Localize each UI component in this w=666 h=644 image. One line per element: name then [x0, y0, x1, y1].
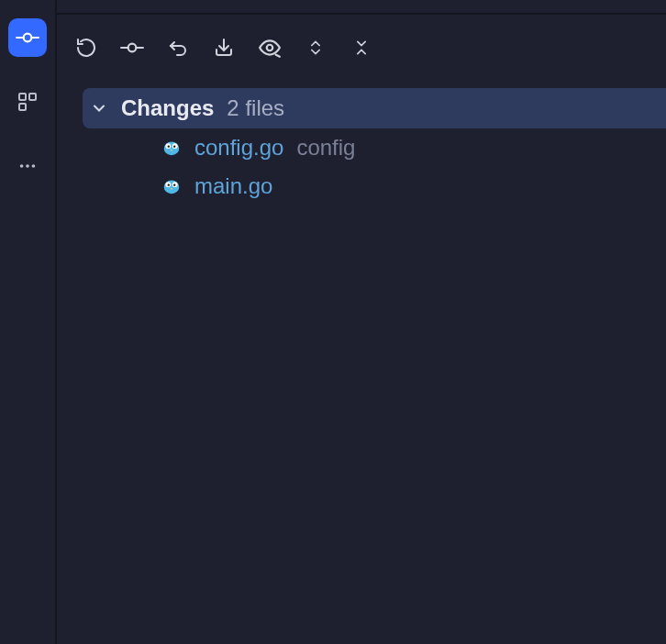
svg-rect-3	[19, 94, 26, 100]
rail-apps-button[interactable]	[8, 83, 47, 121]
undo-button[interactable]	[165, 35, 191, 61]
changes-header[interactable]: Changes 2 files	[83, 88, 666, 128]
go-file-icon	[161, 138, 182, 158]
svg-point-21	[164, 181, 180, 194]
changes-label: Changes	[121, 95, 214, 121]
close-group-button[interactable]	[349, 35, 374, 61]
expand-collapse-icon	[306, 37, 325, 59]
commit-node-button[interactable]	[119, 35, 145, 61]
chevron-down-icon	[90, 99, 108, 117]
panel-top-border	[57, 0, 666, 15]
svg-point-26	[171, 188, 172, 190]
preview-button[interactable]	[257, 35, 283, 61]
rail-more-button[interactable]	[8, 147, 47, 185]
main-panel: Changes 2 files config.go config	[57, 0, 666, 644]
stash-icon	[213, 37, 235, 59]
go-file-icon	[161, 176, 182, 196]
svg-point-24	[168, 183, 170, 185]
toolbar	[57, 15, 666, 81]
svg-point-6	[20, 164, 24, 168]
svg-rect-5	[19, 104, 26, 110]
file-row[interactable]: main.go	[83, 167, 666, 205]
changes-count: 2 files	[227, 95, 284, 121]
stash-button[interactable]	[211, 35, 237, 61]
svg-point-25	[173, 183, 175, 185]
preview-icon	[258, 36, 282, 60]
file-name: config.go	[194, 135, 283, 161]
svg-point-18	[168, 145, 170, 147]
apps-icon	[17, 91, 39, 113]
rail-commit-button[interactable]	[8, 18, 47, 57]
commit-node-icon	[120, 36, 144, 60]
svg-point-7	[26, 164, 29, 168]
svg-point-13	[267, 45, 273, 51]
svg-point-15	[164, 142, 180, 156]
svg-point-20	[171, 150, 172, 151]
svg-line-14	[276, 55, 280, 57]
close-group-icon	[352, 37, 371, 59]
file-row[interactable]: config.go config	[83, 128, 666, 167]
svg-point-9	[128, 44, 137, 52]
file-name: main.go	[194, 173, 272, 199]
refresh-icon	[75, 37, 97, 59]
expand-collapse-button[interactable]	[303, 35, 328, 61]
svg-point-19	[173, 145, 175, 147]
svg-point-8	[32, 164, 36, 168]
more-icon	[17, 156, 38, 176]
refresh-button[interactable]	[73, 35, 99, 61]
left-rail	[0, 0, 57, 644]
commit-icon	[16, 26, 39, 50]
svg-rect-4	[29, 94, 36, 100]
undo-icon	[167, 37, 189, 59]
changes-tree: Changes 2 files config.go config	[57, 81, 666, 644]
svg-point-0	[24, 34, 32, 42]
file-dir: config	[296, 135, 355, 161]
